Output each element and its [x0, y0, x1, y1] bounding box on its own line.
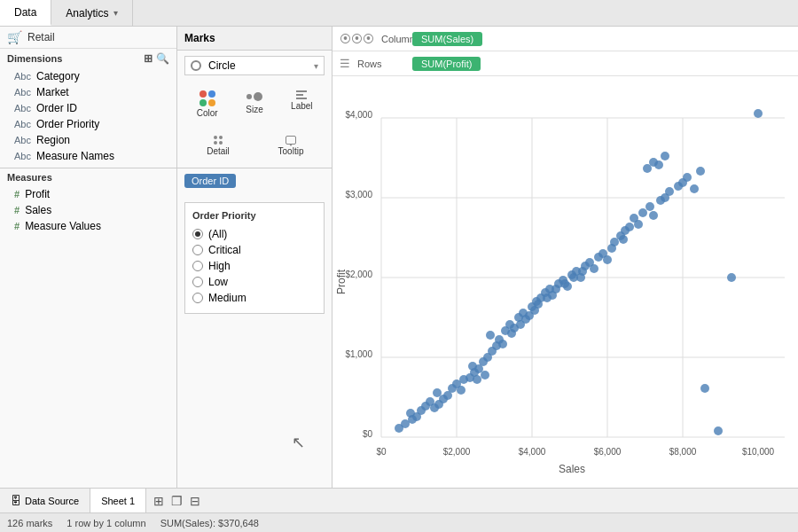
scatter-chart: Profit $0 $1,000 $2,000 $3,000 $4,000 $0…: [332, 76, 798, 488]
hash-icon: #: [14, 205, 20, 215]
dim-category[interactable]: Abc Category: [0, 68, 176, 84]
main-layout: 🛒 Retail Dimensions ⊞ 🔍 Abc Category Abc…: [0, 27, 798, 488]
measures-header: Measures: [0, 168, 176, 186]
dim-label: Order ID: [36, 102, 77, 114]
tooltip-button[interactable]: Tooltip: [257, 131, 325, 160]
svg-point-36: [457, 386, 466, 395]
svg-point-94: [727, 273, 736, 282]
svg-text:$0: $0: [376, 447, 387, 457]
hash-icon: #: [14, 189, 20, 200]
marks-buttons-row2: Detail Tooltip: [177, 128, 332, 164]
chart-area: Profit $0 $1,000 $2,000 $3,000 $4,000 $0…: [332, 76, 798, 488]
data-source-tab[interactable]: 🗄 Data Source: [0, 489, 90, 512]
duplicate-sheet-icon[interactable]: ❐: [171, 494, 183, 508]
bottom-bar: 🗄 Data Source Sheet 1 ⊞ ❐ ⊟: [0, 488, 798, 512]
tab-analytics-label: Analytics: [66, 7, 108, 20]
svg-point-32: [433, 388, 442, 397]
label-label: Label: [291, 101, 312, 111]
op-critical-label: Critical: [208, 244, 241, 256]
svg-text:$8,000: $8,000: [669, 447, 697, 457]
svg-point-107: [543, 293, 552, 302]
sheet1-tab[interactable]: Sheet 1: [90, 489, 146, 512]
dim-region[interactable]: Abc Region: [0, 132, 176, 148]
search-icon[interactable]: 🔍: [156, 52, 169, 65]
grid-view-icon[interactable]: ⊞: [144, 52, 153, 65]
svg-point-89: [683, 173, 692, 182]
color-button[interactable]: Color: [184, 86, 230, 122]
svg-point-92: [700, 384, 709, 393]
measure-sales[interactable]: # Sales: [0, 202, 176, 218]
svg-point-78: [619, 235, 628, 244]
detail-icon: [214, 136, 223, 145]
data-source-tab-label: Data Source: [25, 496, 79, 506]
dim-type-icon: Abc: [14, 151, 31, 161]
marks-type-label: Circle: [205, 59, 310, 72]
measures-title: Measures: [7, 172, 52, 183]
svg-point-93: [714, 426, 723, 435]
svg-text:$6,000: $6,000: [594, 447, 622, 457]
chart-panel: ⦿⦿⦿ Columns SUM(Sales) ☰ Rows SUM(Profit…: [332, 27, 798, 488]
columns-icon: ⦿⦿⦿: [340, 32, 374, 45]
new-dashboard-icon[interactable]: ⊟: [190, 494, 200, 508]
measure-profit[interactable]: # Profit: [0, 186, 176, 202]
op-all-label: (All): [208, 228, 227, 240]
size-button[interactable]: Size: [231, 86, 277, 122]
dim-type-icon: Abc: [14, 135, 31, 145]
svg-text:$4,000: $4,000: [519, 447, 546, 457]
columns-shelf: ⦿⦿⦿ Columns SUM(Sales): [332, 27, 798, 51]
dim-label: Order Priority: [36, 118, 99, 130]
tab-analytics-arrow: ▾: [113, 8, 118, 18]
svg-point-90: [690, 184, 699, 193]
order-priority-filter: Order Priority (All) Critical High Low M…: [184, 202, 325, 314]
svg-text:$3,000: $3,000: [345, 190, 372, 200]
new-sheet-icon[interactable]: ⊞: [153, 494, 164, 508]
dim-market[interactable]: Abc Market: [0, 84, 176, 100]
dim-order-priority[interactable]: Abc Order Priority: [0, 116, 176, 132]
svg-point-84: [634, 220, 643, 229]
dim-measure-names[interactable]: Abc Measure Names: [0, 148, 176, 164]
order-id-filter-pill[interactable]: Order ID: [184, 174, 236, 188]
columns-pill[interactable]: SUM(Sales): [412, 32, 482, 46]
radio-all[interactable]: [192, 229, 203, 239]
radio-low[interactable]: [192, 277, 203, 287]
svg-text:$1,000: $1,000: [345, 349, 372, 359]
color-label: Color: [197, 108, 218, 118]
dim-type-icon: Abc: [14, 119, 31, 129]
op-all[interactable]: (All): [192, 226, 317, 242]
marks-title: Marks: [184, 32, 215, 44]
rows-pill[interactable]: SUM(Profit): [412, 57, 481, 71]
svg-point-103: [507, 329, 516, 338]
op-high[interactable]: High: [192, 258, 317, 274]
op-low-label: Low: [208, 276, 228, 288]
op-medium[interactable]: Medium: [192, 290, 317, 306]
radio-high[interactable]: [192, 261, 203, 271]
tab-analytics[interactable]: Analytics ▾: [51, 0, 133, 26]
marks-count: 126 marks: [7, 518, 52, 528]
measure-values[interactable]: # Measure Values: [0, 218, 176, 234]
bottom-icons: ⊞ ❐ ⊟: [146, 494, 207, 508]
dim-order-id[interactable]: Abc Order ID: [0, 100, 176, 116]
svg-point-95: [754, 109, 763, 118]
op-low[interactable]: Low: [192, 274, 317, 290]
measure-label: Measure Values: [25, 220, 101, 232]
chevron-down-icon: ▾: [314, 61, 318, 71]
svg-text:$10,000: $10,000: [742, 447, 775, 457]
dim-type-icon: Abc: [14, 87, 31, 98]
detail-button[interactable]: Detail: [184, 131, 252, 160]
marks-empty-area: ↖: [177, 319, 332, 488]
tab-data-label: Data: [14, 6, 36, 19]
radio-medium[interactable]: [192, 293, 203, 303]
svg-point-80: [638, 208, 647, 217]
source-icon: 🛒: [7, 30, 22, 44]
op-critical[interactable]: Critical: [192, 242, 317, 258]
radio-critical[interactable]: [192, 245, 203, 255]
marks-type-dropdown[interactable]: Circle ▾: [184, 56, 325, 75]
hash-icon: #: [14, 221, 20, 231]
op-medium-label: Medium: [208, 292, 246, 304]
circle-mark-icon: [191, 60, 201, 71]
tooltip-label: Tooltip: [278, 146, 304, 156]
tab-data[interactable]: Data: [0, 0, 51, 26]
label-button[interactable]: Label: [279, 86, 325, 122]
data-source-row[interactable]: 🛒 Retail: [0, 27, 176, 49]
svg-point-99: [661, 152, 669, 160]
